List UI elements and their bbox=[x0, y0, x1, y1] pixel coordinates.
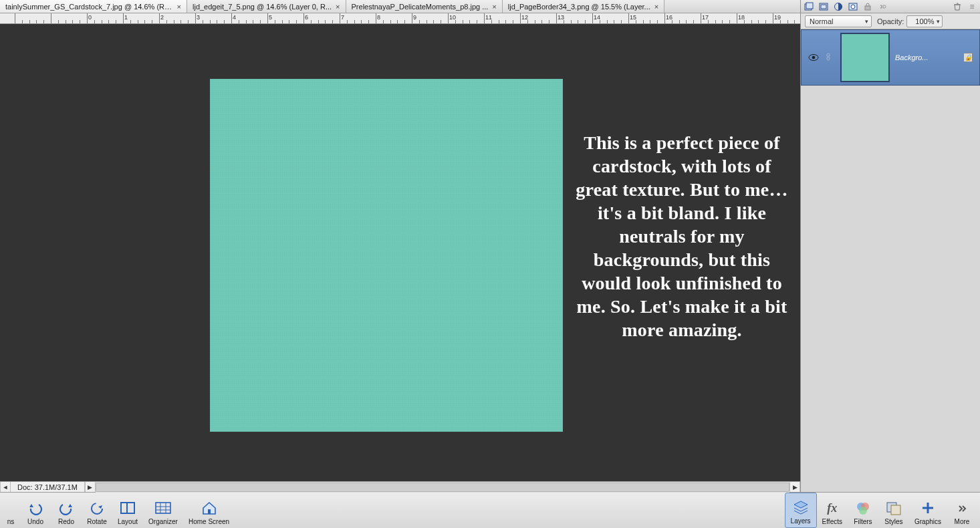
effects-button[interactable]: fxEffects bbox=[817, 493, 848, 528]
close-icon[interactable]: × bbox=[492, 3, 496, 11]
layout-label: Layout bbox=[118, 518, 138, 525]
layers-panel-options: Normal Opacity: 100% bbox=[801, 13, 980, 29]
horizontal-scrollbar[interactable] bbox=[96, 482, 789, 493]
layer-lock-icon[interactable]: 🔒 bbox=[963, 53, 973, 62]
ruler-number: 1 bbox=[124, 14, 128, 21]
new-group-icon[interactable] bbox=[818, 1, 829, 12]
blend-mode-dropdown[interactable]: Normal bbox=[805, 15, 872, 27]
panel-menu-icon[interactable]: ≡ bbox=[967, 1, 977, 12]
visibility-eye-icon[interactable] bbox=[808, 53, 819, 61]
layers-list: Backgro... 🔒 bbox=[801, 29, 980, 492]
svg-point-6 bbox=[851, 5, 855, 9]
opacity-label: Opacity: bbox=[877, 17, 904, 25]
more-button[interactable]: More bbox=[947, 493, 977, 528]
tab-label: PrelestnayaP_DelicateMoments_p8.jpg ... bbox=[352, 3, 489, 11]
graphics-icon bbox=[919, 499, 937, 517]
svg-rect-1 bbox=[806, 3, 813, 9]
document-tab[interactable]: ljd_edgeit_7_5.png @ 14.6% (Layer 0, R..… bbox=[187, 0, 346, 13]
undo-button[interactable]: Undo bbox=[20, 493, 51, 528]
organizer-label: Organizer bbox=[148, 518, 178, 525]
close-icon[interactable]: × bbox=[336, 3, 340, 11]
svg-rect-7 bbox=[865, 6, 870, 10]
scroll-left-arrow-icon[interactable]: ◄ bbox=[0, 482, 11, 493]
scroll-right-arrow-icon[interactable]: ▶ bbox=[789, 482, 800, 493]
document-tabs: tainlySummer_GS_Cardstock_7.jpg @ 14.6% … bbox=[0, 0, 800, 13]
bottom-taskbar: nsUndoRedoRotateLayoutOrganizerHome Scre… bbox=[0, 492, 980, 528]
tab-label: ljd_PageBorder34_3.png @ 15.5% (Layer... bbox=[508, 3, 650, 11]
homescreen-icon bbox=[201, 499, 218, 517]
ruler-number: 2 bbox=[160, 14, 164, 21]
organizer-icon bbox=[154, 499, 172, 517]
redo-label: Redo bbox=[58, 518, 74, 525]
layer-row-background[interactable]: Backgro... 🔒 bbox=[801, 29, 980, 86]
layers-panel-toolbar: ≡ bbox=[801, 0, 980, 13]
ruler-number: 3 bbox=[197, 14, 200, 21]
layer-mask-icon[interactable] bbox=[848, 1, 858, 12]
redo-button[interactable]: Redo bbox=[51, 493, 82, 528]
homescreen-label: Home Screen bbox=[189, 518, 229, 525]
more-label: More bbox=[955, 518, 970, 525]
stage-status-bar: ◄ Doc: 37.1M/37.1M ▶ ▶ bbox=[0, 481, 800, 492]
homescreen-button[interactable]: Home Screen bbox=[183, 493, 235, 528]
new-layer-icon[interactable] bbox=[804, 1, 814, 12]
styles-button[interactable]: Styles bbox=[878, 493, 909, 528]
ns-button[interactable]: ns bbox=[1, 493, 20, 528]
horizontal-ruler: 012345678910111213141516171819202122 bbox=[0, 13, 800, 24]
more-icon bbox=[953, 499, 971, 517]
tutorial-overlay-text: This is a perfect piece of cardstock, wi… bbox=[575, 131, 789, 342]
filters-label: Filters bbox=[854, 518, 872, 525]
svg-point-10 bbox=[92, 503, 102, 514]
effects-icon: fx bbox=[824, 499, 841, 517]
opacity-field[interactable]: 100% bbox=[906, 15, 943, 27]
link-icon[interactable] bbox=[824, 53, 835, 62]
tab-label: tainlySummer_GS_Cardstock_7.jpg @ 14.6% … bbox=[5, 3, 173, 11]
rotate-label: Rotate bbox=[87, 518, 106, 525]
ruler-number: 4 bbox=[233, 14, 236, 21]
delete-layer-icon[interactable] bbox=[952, 1, 963, 12]
layout-button[interactable]: Layout bbox=[112, 493, 143, 528]
layers-button[interactable]: Layers bbox=[785, 493, 817, 528]
rotate-button[interactable]: Rotate bbox=[82, 493, 112, 528]
styles-label: Styles bbox=[884, 518, 902, 525]
effects-label: Effects bbox=[822, 518, 842, 525]
ruler-number: 8 bbox=[377, 14, 380, 21]
layers-icon bbox=[792, 499, 810, 516]
undo-label: Undo bbox=[27, 518, 43, 525]
adjustment-layer-icon[interactable] bbox=[833, 1, 844, 12]
document-tab[interactable]: PrelestnayaP_DelicateMoments_p8.jpg ...× bbox=[346, 0, 503, 13]
layer-name[interactable]: Backgro... bbox=[895, 53, 958, 61]
filters-icon bbox=[854, 499, 872, 517]
close-icon[interactable]: × bbox=[177, 3, 181, 11]
close-icon[interactable]: × bbox=[654, 3, 658, 11]
graphics-button[interactable]: Graphics bbox=[909, 493, 947, 528]
document-tab[interactable]: ljd_PageBorder34_3.png @ 15.5% (Layer...… bbox=[503, 0, 664, 13]
layer-thumbnail[interactable] bbox=[840, 33, 890, 82]
styles-icon bbox=[885, 499, 902, 517]
filters-button[interactable]: Filters bbox=[848, 493, 878, 528]
undo-icon bbox=[27, 499, 44, 517]
organizer-button[interactable]: Organizer bbox=[143, 493, 183, 528]
ruler-number: 5 bbox=[269, 14, 272, 21]
document-tab[interactable]: tainlySummer_GS_Cardstock_7.jpg @ 14.6% … bbox=[0, 0, 187, 13]
rotate-icon bbox=[88, 499, 106, 517]
canvas-stage[interactable]: This is a perfect piece of cardstock, wi… bbox=[0, 24, 800, 481]
info-expand-icon[interactable]: ▶ bbox=[85, 482, 96, 493]
ruler-number: 6 bbox=[305, 14, 308, 21]
ruler-number: 0 bbox=[88, 14, 92, 21]
link-layers-icon[interactable] bbox=[877, 1, 888, 12]
layers-panel: Normal Opacity: 100% Backgro... 🔒 bbox=[800, 13, 980, 492]
svg-rect-3 bbox=[821, 5, 826, 9]
cardstock-image bbox=[210, 79, 563, 432]
graphics-label: Graphics bbox=[914, 518, 941, 525]
svg-point-9 bbox=[812, 56, 816, 59]
app-root: tainlySummer_GS_Cardstock_7.jpg @ 14.6% … bbox=[0, 0, 980, 528]
document-size-info: Doc: 37.1M/37.1M bbox=[11, 482, 85, 493]
layout-icon bbox=[119, 499, 136, 517]
svg-rect-13 bbox=[156, 503, 170, 513]
ns-label: ns bbox=[7, 518, 15, 525]
tab-label: ljd_edgeit_7_5.png @ 14.6% (Layer 0, R..… bbox=[193, 3, 332, 11]
ruler-number: 7 bbox=[341, 14, 344, 21]
svg-rect-18 bbox=[208, 509, 211, 514]
redo-icon bbox=[57, 499, 75, 517]
lock-layer-icon[interactable] bbox=[862, 1, 873, 12]
